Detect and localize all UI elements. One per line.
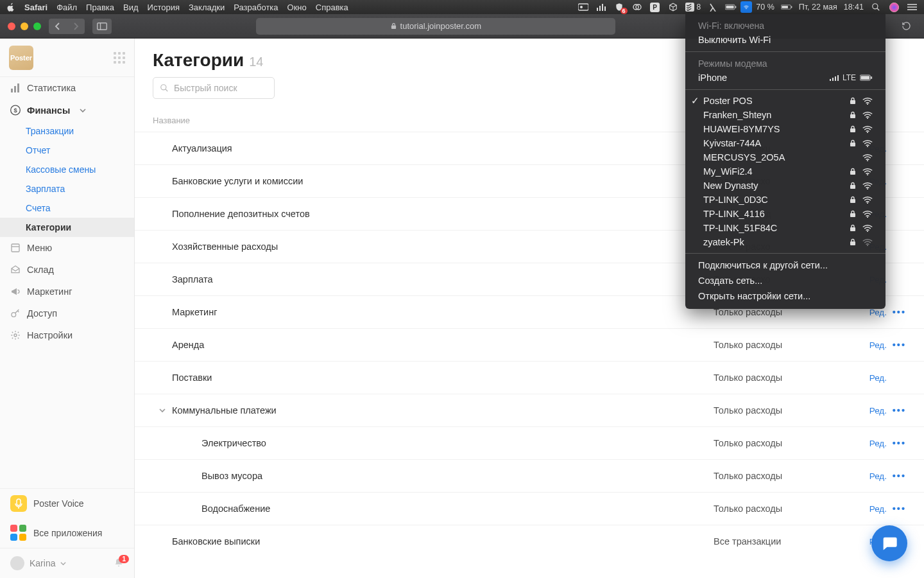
apple-icon[interactable] [6, 3, 15, 12]
sidebar-shifts[interactable]: Кассовые смены [0, 160, 134, 179]
cc-icon[interactable] [631, 1, 643, 13]
menu-view[interactable]: Вид [123, 3, 139, 12]
wifi-network[interactable]: My_WiFi2.4 [685, 164, 886, 179]
wifi-network[interactable]: TP-LINK_0D3C [685, 193, 886, 207]
spotlight-icon[interactable] [870, 1, 882, 13]
more-button[interactable]: ••• [887, 471, 906, 481]
svg-text:P: P [653, 4, 657, 11]
edit-button[interactable]: Ред. [861, 340, 887, 350]
table-row[interactable]: Банковские выписки Все транзакции Ред. •… [135, 525, 924, 557]
battery-icon[interactable] [781, 1, 792, 13]
expand-icon[interactable] [153, 407, 172, 414]
row-allowed: Только расходы [714, 405, 861, 416]
sidebar-access[interactable]: Доступ [0, 302, 134, 324]
edit-button[interactable]: Ред. [861, 504, 887, 514]
menu-develop[interactable]: Разработка [234, 3, 278, 12]
svg-point-51 [867, 146, 868, 147]
back-button[interactable] [49, 19, 67, 34]
lambda-icon[interactable] [707, 1, 719, 13]
more-button[interactable]: ••• [887, 340, 906, 350]
menu-help[interactable]: Справка [316, 3, 348, 12]
poster-logo[interactable]: Poster [9, 46, 33, 70]
table-row[interactable]: Поставки Только расходы Ред. [135, 361, 924, 394]
sidebar-report[interactable]: Отчет [0, 141, 134, 160]
more-button[interactable]: ••• [887, 405, 906, 416]
battery-menu-icon[interactable] [725, 1, 737, 13]
table-row[interactable]: Коммунальные платежи Только расходы Ред.… [135, 394, 924, 426]
wifi-network[interactable]: TP-LINK_51F84C [685, 221, 886, 235]
wifi-prefs[interactable]: Открыть настройки сети... [685, 288, 886, 304]
svg-rect-42 [871, 76, 872, 79]
sidebar-salary[interactable]: Зарплата [0, 179, 134, 198]
wifi-join-other[interactable]: Подключиться к другой сети... [685, 258, 886, 273]
stats-icon[interactable] [595, 1, 607, 13]
search-icon [160, 83, 169, 92]
hotspot-iphone[interactable]: iPhone LTE [685, 70, 886, 85]
row-name: Актуализация [172, 143, 232, 153]
edit-button[interactable]: Ред. [861, 439, 887, 448]
shield-badge-icon[interactable]: 6 [613, 1, 625, 13]
more-button[interactable]: ••• [887, 504, 906, 514]
forward-button[interactable] [67, 19, 85, 34]
wifi-network[interactable]: ✓ Poster POS [685, 94, 886, 108]
table-row[interactable]: Водоснабжение Только расходы Ред. ••• [135, 492, 924, 525]
sidebar-categories[interactable]: Категории [0, 218, 134, 237]
menubar-time[interactable]: 18:41 [844, 3, 864, 12]
zoom-icon[interactable] [578, 1, 589, 13]
menu-file[interactable]: Файл [56, 3, 77, 12]
table-row[interactable]: Вывоз мусора Только расходы Ред. ••• [135, 459, 924, 492]
notifications-button[interactable]: 1 [114, 557, 124, 570]
sidebar-finance[interactable]: $ Финансы [0, 99, 134, 121]
network-name: Poster POS [703, 96, 846, 106]
window-controls[interactable] [8, 22, 41, 30]
wifi-create[interactable]: Создать сеть... [685, 273, 886, 288]
user-menu[interactable]: Karina 1 [0, 548, 134, 578]
apps-grid-icon[interactable] [114, 52, 125, 64]
sidebar-menu[interactable]: Меню [0, 237, 134, 259]
chat-button[interactable] [871, 525, 907, 561]
cube-icon[interactable] [667, 1, 679, 13]
wifi-network[interactable]: HUAWEI-8YM7YS [685, 122, 886, 136]
wifi-toggle[interactable]: Выключить Wi-Fi [685, 32, 886, 48]
wifi-network[interactable]: MERCUSYS_2O5A [685, 150, 886, 164]
wifi-network[interactable]: zyatek-Pk [685, 235, 886, 249]
sidebar-stats[interactable]: Статистика [0, 77, 134, 99]
wifi-network[interactable]: Franken_Shteyn [685, 108, 886, 122]
sidebar-transactions[interactable]: Транзакции [0, 121, 134, 141]
table-row[interactable]: Аренда Только расходы Ред. ••• [135, 328, 924, 361]
notification-center-icon[interactable] [906, 1, 918, 13]
sidebar: Poster ‹ Статистика $ Финансы Транзакции… [0, 39, 135, 578]
wifi-network[interactable]: New Dynasty [685, 179, 886, 193]
app-name[interactable]: Safari [24, 3, 47, 12]
menu-history[interactable]: История [148, 3, 180, 12]
wifi-icon[interactable] [740, 1, 752, 13]
more-button[interactable]: ••• [887, 438, 906, 448]
edit-button[interactable]: Ред. [861, 373, 887, 383]
all-apps-link[interactable]: Все приложения [0, 518, 134, 548]
svg-rect-48 [850, 128, 855, 132]
sidebar-marketing[interactable]: Маркетинг [0, 281, 134, 302]
sidebar-settings[interactable]: Настройки [0, 324, 134, 346]
poster-voice-link[interactable]: Poster Voice [0, 489, 134, 518]
sidebar-accounts[interactable]: Счета [0, 198, 134, 218]
url-bar[interactable]: tutorial.joinposter.com [256, 18, 615, 35]
menu-window[interactable]: Окно [287, 3, 307, 12]
battery-pct: 70 % [756, 3, 774, 12]
p-icon[interactable]: P [649, 1, 661, 13]
network-name: TP-LINK_4116 [703, 209, 846, 219]
more-button[interactable]: ••• [887, 307, 906, 317]
menu-edit[interactable]: Правка [86, 3, 114, 12]
siri-icon[interactable] [888, 1, 900, 13]
edit-button[interactable]: Ред. [861, 406, 887, 416]
todoist-icon[interactable]: 8 [685, 1, 701, 13]
wifi-network[interactable]: TP-LINK_4116 [685, 207, 886, 221]
reload-button[interactable] [897, 21, 916, 31]
edit-button[interactable]: Ред. [861, 471, 887, 481]
menu-bookmarks[interactable]: Закладки [189, 3, 225, 12]
menubar-date[interactable]: Пт, 22 мая [799, 3, 837, 12]
search-input[interactable]: Быстрый поиск [153, 77, 275, 99]
sidebar-stock[interactable]: Склад [0, 259, 134, 281]
table-row[interactable]: Электричество Только расходы Ред. ••• [135, 426, 924, 459]
sidebar-toggle-button[interactable] [92, 19, 112, 34]
wifi-network[interactable]: Kyivstar-744A [685, 136, 886, 150]
